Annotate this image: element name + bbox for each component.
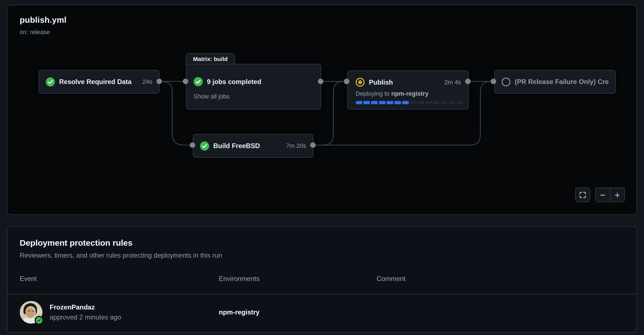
minus-icon: − [600, 190, 605, 200]
plus-icon: + [615, 190, 620, 200]
job-label: Resolve Required Data [59, 78, 131, 86]
event-cell: FrozenPandaz approved 2 minutes ago [20, 301, 219, 324]
column-header-comment: Comment [377, 275, 624, 283]
workflow-edges [7, 5, 637, 214]
rules-title: Deployment protection rules [20, 238, 624, 248]
job-node-matrix-build[interactable]: 9 jobs completed Show all jobs [186, 64, 321, 110]
column-header-environments: Environments [219, 275, 377, 283]
zoom-out-button[interactable]: − [596, 188, 610, 202]
approved-check-icon [37, 318, 42, 323]
job-node-build-freebsd[interactable]: Build FreeBSD 7m 20s [193, 134, 313, 158]
progress-segment [363, 101, 370, 104]
progress-segment [441, 101, 448, 104]
progress-segment [394, 101, 401, 104]
matrix-tab-label: Matrix: build [193, 56, 228, 62]
avatar [20, 301, 42, 324]
job-node-pr-release-failure[interactable]: (PR Release Failure Only) Cre… [494, 70, 616, 94]
deploy-status-line: Deploying to npm-registry [356, 90, 461, 97]
edge-build-to-publish [321, 82, 347, 145]
job-label: (PR Release Failure Only) Cre… [515, 78, 608, 86]
progress-segment [402, 101, 409, 104]
job-node-resolve-required-data[interactable]: Resolve Required Data 24s [39, 70, 159, 94]
progress-segment [387, 101, 393, 104]
deploy-prefix: Deploying to [356, 90, 389, 97]
rules-header: Deployment protection rules Reviewers, t… [7, 227, 637, 259]
deploy-progress-bar [356, 101, 463, 104]
workflow-trigger: on: release [20, 29, 67, 36]
progress-segment [410, 101, 417, 104]
job-label: Build FreeBSD [213, 142, 260, 150]
zoom-button-group: − + [595, 187, 625, 202]
job-label: Publish [369, 78, 393, 86]
fullscreen-icon [579, 191, 586, 199]
matrix-summary-label: 9 jobs completed [207, 78, 261, 86]
graph-controls: − + [575, 187, 625, 202]
in-progress-icon [356, 78, 365, 87]
rules-subtitle: Reviewers, timers, and other rules prote… [20, 252, 624, 259]
graph-header: publish.yml on: release [20, 15, 67, 36]
job-duration: 24s [138, 78, 152, 85]
matrix-group-tab: Matrix: build [186, 53, 235, 64]
environment-name: npm-registry [219, 308, 377, 316]
progress-segment [371, 101, 378, 104]
progress-segment [433, 101, 440, 104]
progress-segment [457, 101, 463, 104]
success-check-icon [46, 77, 55, 87]
show-all-jobs-link[interactable]: Show all jobs [194, 93, 230, 100]
workflow-graph-panel: publish.yml on: release Resolve Required… [7, 5, 637, 215]
rules-table-header: Event Environments Comment [7, 275, 637, 294]
deploy-target: npm-registry [391, 90, 428, 97]
job-duration: 2m 4s [440, 79, 461, 86]
zoom-in-button[interactable]: + [610, 188, 625, 202]
progress-segment [418, 101, 424, 104]
workflow-file-title: publish.yml [20, 15, 67, 25]
progress-segment [356, 101, 362, 104]
job-duration: 7m 20s [282, 142, 306, 149]
fullscreen-button[interactable] [575, 187, 590, 202]
success-check-icon [200, 141, 209, 151]
progress-segment [379, 101, 386, 104]
table-row: FrozenPandaz approved 2 minutes ago npm-… [7, 294, 637, 330]
approved-badge [35, 316, 44, 325]
job-node-publish[interactable]: Publish 2m 4s Deploying to npm-registry [347, 70, 469, 110]
column-header-event: Event [20, 275, 219, 283]
progress-segment [425, 101, 432, 104]
success-check-icon [194, 77, 203, 86]
deployment-protection-rules-panel: Deployment protection rules Reviewers, t… [7, 226, 637, 333]
approval-status-text: approved 2 minutes ago [50, 313, 121, 321]
progress-segment [449, 101, 455, 104]
pending-circle-icon [501, 77, 511, 87]
event-text: FrozenPandaz approved 2 minutes ago [50, 303, 121, 321]
approver-username: FrozenPandaz [50, 303, 121, 311]
